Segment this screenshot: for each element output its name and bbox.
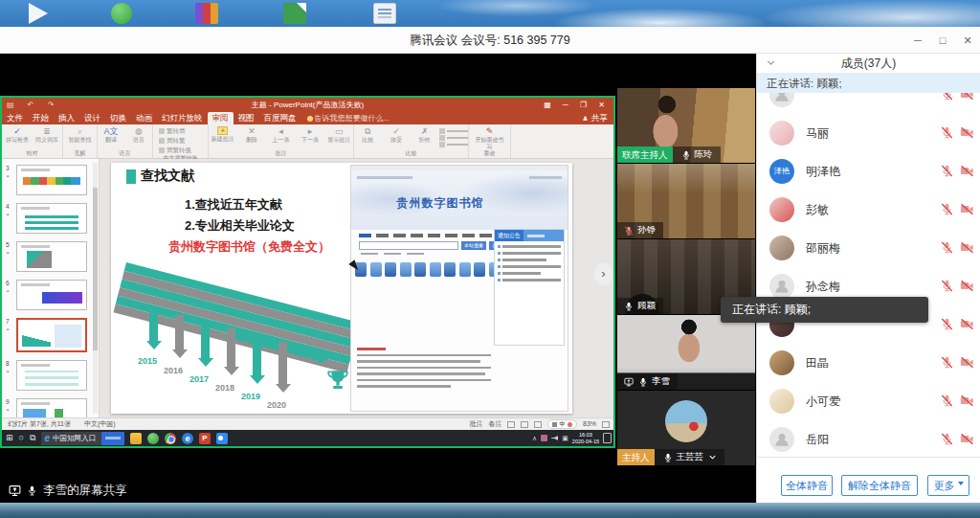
camera-off-icon[interactable] — [960, 433, 974, 445]
search-button[interactable]: ○ — [19, 430, 24, 446]
tab-plugin[interactable]: 百度网盘 — [259, 112, 301, 124]
tab-slideshow[interactable]: 幻灯片放映 — [157, 112, 208, 124]
browser-taskbar-button[interactable]: e 中国知网入口 — [41, 432, 124, 445]
video-tile-sunzheng[interactable]: 孙铮 — [617, 164, 755, 238]
zoom-level[interactable]: 83% — [583, 418, 596, 430]
next-comment-button[interactable]: ▸下一条 — [296, 126, 323, 144]
sorter-view-icon[interactable] — [521, 421, 528, 428]
ime-toolbar[interactable]: 中 — [547, 419, 577, 429]
tab-design[interactable]: 设计 — [79, 112, 105, 124]
traditional-to-simplified-button[interactable]: 繁转简 — [159, 126, 208, 135]
video-tile-chenling[interactable]: 联席主持人 陈玲 — [617, 88, 755, 163]
mic-muted-icon[interactable] — [941, 318, 953, 330]
member-row[interactable] — [757, 93, 980, 114]
mic-muted-icon[interactable] — [941, 356, 953, 369]
camera-off-icon[interactable] — [960, 394, 974, 407]
network-icon[interactable]: ▣ — [562, 435, 568, 442]
winrar-icon[interactable] — [195, 3, 218, 24]
document-icon[interactable] — [373, 3, 396, 24]
slide-thumbnail-5[interactable]: 5✦ — [2, 241, 99, 272]
language-indicator[interactable]: 中文(中国) — [84, 418, 116, 430]
ppt-share-button[interactable]: 共享 — [582, 112, 608, 124]
comments-toggle[interactable]: 批注 — [469, 418, 482, 430]
camera-off-icon[interactable] — [960, 318, 974, 330]
tab-transitions[interactable]: 切换 — [105, 112, 131, 124]
slide-thumbnail-7-selected[interactable]: 7✦ — [2, 318, 99, 352]
convert-button[interactable]: 简繁转换 — [159, 146, 208, 154]
compare-stack-buttons[interactable] — [439, 126, 468, 147]
media-player-icon[interactable] — [29, 3, 48, 24]
tab-review[interactable]: 审阅 — [208, 112, 234, 124]
simplified-to-traditional-button[interactable]: 简转繁 — [159, 136, 208, 145]
green-app-taskbar-icon[interactable] — [147, 433, 159, 444]
mic-muted-icon[interactable] — [941, 126, 953, 139]
language-button[interactable]: ◍语言 — [125, 126, 152, 144]
video-tile-lixue[interactable]: 李雪 — [617, 315, 755, 390]
delete-comment-button[interactable]: ✕删除 — [237, 126, 265, 144]
notes-toggle[interactable]: 备注 — [488, 418, 501, 430]
translate-button[interactable]: A文翻译 — [98, 126, 124, 144]
slide-thumbnail-4[interactable]: 4✦ — [2, 203, 99, 234]
file-explorer-icon[interactable] — [130, 433, 142, 444]
compare-button[interactable]: ⧉比较 — [354, 126, 382, 144]
spreadsheet-icon[interactable] — [283, 3, 306, 24]
mic-muted-icon[interactable] — [941, 433, 953, 445]
more-button[interactable]: 更多 — [927, 475, 969, 496]
camera-off-icon[interactable] — [960, 165, 974, 177]
spell-check-button[interactable]: ✓拼写检查 — [3, 126, 32, 144]
meeting-taskbar-icon[interactable] — [216, 433, 228, 444]
mic-muted-icon[interactable] — [941, 203, 953, 215]
close-button[interactable]: ✕ — [955, 27, 980, 54]
chrome-icon[interactable] — [165, 433, 176, 444]
member-row[interactable]: 马丽 — [757, 114, 980, 152]
camera-off-icon[interactable] — [960, 241, 974, 254]
camera-off-icon[interactable] — [960, 126, 974, 139]
green-app-icon[interactable] — [111, 3, 132, 24]
member-row[interactable]: 岳阳 — [757, 420, 980, 457]
volume-icon[interactable] — [551, 436, 558, 440]
tray-app-icon[interactable] — [541, 435, 547, 441]
fit-to-window-icon[interactable] — [602, 421, 610, 428]
slide-thumbnail-6[interactable]: 6✦ — [2, 280, 99, 310]
slide-thumbnail-3[interactable]: 3✦ — [2, 165, 99, 195]
maximize-button[interactable]: □ — [930, 27, 955, 54]
powerpoint-taskbar-icon[interactable]: P — [199, 433, 211, 444]
mic-muted-icon[interactable] — [941, 280, 953, 292]
show-comments-button[interactable]: ▭显示批注 — [325, 126, 353, 144]
edge-icon[interactable]: e — [182, 433, 193, 444]
new-comment-button[interactable]: +新建批注 — [209, 126, 236, 143]
thesaurus-button[interactable]: ≣同义词库 — [33, 126, 61, 144]
tab-home[interactable]: 开始 — [28, 112, 54, 124]
start-button[interactable]: ⊞ — [6, 430, 13, 446]
clock[interactable]: 16:032020-04-15 — [572, 432, 599, 444]
mic-muted-icon[interactable] — [941, 241, 953, 254]
normal-view-icon[interactable] — [507, 421, 515, 428]
previous-comment-button[interactable]: ◂上一条 — [267, 126, 295, 144]
reading-view-icon[interactable] — [534, 421, 542, 428]
thumbnail-scrollbar[interactable] — [93, 163, 98, 414]
task-view-button[interactable]: ⧉ — [30, 430, 35, 446]
minimize-button[interactable]: ─ — [905, 27, 930, 54]
slide-thumbnail-8[interactable]: 8✦ — [2, 360, 99, 391]
camera-off-icon[interactable] — [960, 356, 974, 369]
ppt-window-controls[interactable]: ▦ ─ ❐ ✕ — [544, 98, 610, 112]
mute-all-button[interactable]: 全体静音 — [781, 475, 833, 496]
camera-off-icon[interactable] — [960, 93, 974, 101]
unmute-all-button[interactable]: 解除全体静音 — [841, 475, 918, 496]
video-tile-host[interactable]: 主持人 王芸芸 — [617, 391, 755, 465]
member-row[interactable]: 小可爱 — [757, 382, 980, 420]
tab-insert[interactable]: 插入 — [54, 112, 79, 124]
camera-off-icon[interactable] — [960, 203, 974, 215]
action-center-icon[interactable] — [603, 433, 612, 443]
member-row[interactable]: 泽艳 明泽艳 — [757, 152, 980, 191]
member-row[interactable]: 田晶 — [757, 344, 980, 382]
mic-muted-icon[interactable] — [941, 394, 953, 407]
reject-button[interactable]: ✗拒绝 — [411, 126, 438, 144]
start-inking-button[interactable]: ✎开始墨迹书写 — [476, 126, 504, 149]
member-row[interactable]: 彭敏 — [757, 191, 980, 229]
camera-off-icon[interactable] — [960, 280, 974, 292]
tray-expand-icon[interactable]: ∧ — [532, 435, 537, 442]
member-row[interactable]: 邵丽梅 — [757, 229, 980, 267]
tab-view[interactable]: 视图 — [234, 112, 259, 124]
tell-me-box[interactable]: 告诉我您想要做什么... — [307, 112, 390, 124]
